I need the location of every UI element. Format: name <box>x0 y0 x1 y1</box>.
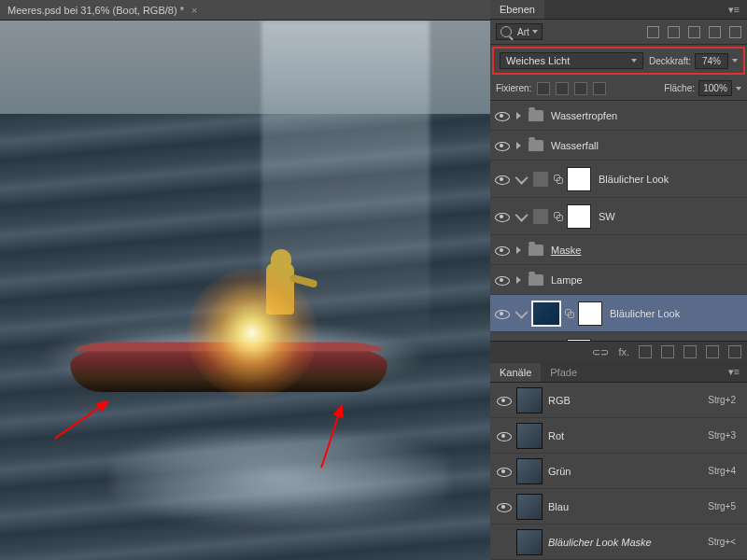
link-icon <box>554 175 563 184</box>
expand-arrow-icon[interactable] <box>516 142 521 149</box>
layer-name-label[interactable]: Wassertropfen <box>551 110 617 121</box>
close-tab-icon[interactable]: × <box>191 5 197 16</box>
layers-list[interactable]: WassertropfenWasserfallBläulicher LookSW… <box>490 101 747 341</box>
expand-arrow-icon[interactable] <box>516 276 521 284</box>
filter-shape-icon[interactable] <box>709 26 721 38</box>
layer-filter-row: Art <box>490 20 747 45</box>
filter-adjust-icon[interactable] <box>668 26 680 38</box>
folder-icon <box>529 245 543 256</box>
mask-thumbnail[interactable] <box>567 167 591 191</box>
lock-transparent-icon[interactable] <box>537 82 550 95</box>
lock-pixels-icon[interactable] <box>556 82 569 95</box>
lamp-glow <box>187 268 317 399</box>
layer-name-label[interactable]: Bläulicher Look <box>599 174 669 185</box>
adjustment-layer-icon[interactable] <box>661 345 674 358</box>
channel-thumbnail[interactable] <box>516 387 543 413</box>
new-layer-icon[interactable] <box>706 345 719 358</box>
mask-thumbnail[interactable] <box>578 301 602 326</box>
layer-name-label[interactable]: SW <box>599 211 615 222</box>
channel-row[interactable]: BlauStrg+5 <box>490 489 747 525</box>
link-layers-icon[interactable]: ⊂⊃ <box>592 346 609 358</box>
channel-shortcut-label: Strg+< <box>708 537 736 547</box>
fill-group: Fläche: 100% <box>664 80 741 96</box>
document-tab[interactable]: Meeres.psd bei 31,6% (Boot, RGB/8) * × <box>0 0 490 21</box>
layer-name-label[interactable]: Wasserfall <box>551 140 599 151</box>
channel-name-label: RGB <box>548 395 702 406</box>
layer-row[interactable]: Bläulicher Look <box>490 161 747 198</box>
right-panels: Ebenen ▾≡ Art Weiches Licht Deckkraft: 7… <box>490 0 747 560</box>
opacity-label: Deckkraft: <box>649 56 691 66</box>
channel-shortcut-label: Strg+2 <box>708 395 736 405</box>
filter-type-icon[interactable] <box>688 26 700 38</box>
panel-menu-icon[interactable]: ▾≡ <box>721 4 747 16</box>
visibility-eye-icon[interactable] <box>494 108 509 123</box>
channel-thumbnail[interactable] <box>516 494 543 520</box>
opacity-slider-icon[interactable] <box>732 59 738 63</box>
fill-slider-icon[interactable] <box>736 87 741 91</box>
link-icon <box>565 309 574 318</box>
channel-shortcut-label: Strg+3 <box>708 430 736 441</box>
mask-thumbnail[interactable] <box>567 204 591 229</box>
visibility-eye-icon[interactable] <box>496 428 511 443</box>
layer-row[interactable]: Grün entsättigen <box>490 332 747 341</box>
channel-name-label: Blau <box>548 501 702 512</box>
paths-tab[interactable]: Pfade <box>541 363 586 382</box>
layer-name-label[interactable]: Maske <box>551 245 581 256</box>
channel-name-label: Grün <box>548 466 702 477</box>
opacity-input[interactable]: 74% <box>695 53 728 69</box>
channel-row[interactable]: Bläulicher Look MaskeStrg+< <box>490 525 747 560</box>
layer-fx-icon[interactable]: fx. <box>618 346 629 357</box>
visibility-eye-icon[interactable] <box>496 393 511 408</box>
link-icon <box>554 212 563 221</box>
visibility-eye-icon[interactable] <box>496 464 511 479</box>
layer-row[interactable]: SW <box>490 198 747 235</box>
group-icon[interactable] <box>684 345 697 358</box>
canvas-viewport[interactable] <box>0 21 490 560</box>
channel-thumbnail[interactable] <box>516 458 543 484</box>
expand-arrow-icon[interactable] <box>516 112 521 119</box>
lock-all-icon[interactable] <box>593 82 606 95</box>
dropdown-arrow-icon <box>631 59 637 63</box>
lock-position-icon[interactable] <box>574 82 587 95</box>
channels-panel: Kanäle Pfade ▾≡ RGBStrg+2RotStrg+3GrünSt… <box>490 362 747 560</box>
layer-name-label[interactable]: Bläulicher Look <box>610 308 680 319</box>
panel-menu-icon[interactable]: ▾≡ <box>721 366 747 378</box>
channel-thumbnail[interactable] <box>516 423 543 449</box>
filter-type-label: Art <box>517 27 529 37</box>
person-hood <box>271 249 291 270</box>
clip-arrow-icon <box>515 208 529 221</box>
visibility-eye-icon[interactable] <box>494 138 509 153</box>
layer-row[interactable]: Lampe <box>490 265 747 295</box>
filter-type-select[interactable]: Art <box>496 23 543 40</box>
visibility-eye-icon[interactable] <box>494 172 509 187</box>
layer-row[interactable]: Maske <box>490 235 747 265</box>
folder-icon <box>529 274 543 286</box>
layers-tab[interactable]: Ebenen <box>490 0 544 19</box>
expand-arrow-icon[interactable] <box>516 246 521 254</box>
visibility-eye-icon[interactable] <box>494 306 509 321</box>
layer-row[interactable]: Bläulicher Look <box>490 295 747 332</box>
visibility-eye-icon[interactable] <box>494 273 509 287</box>
visibility-eye-icon[interactable] <box>494 243 509 258</box>
visibility-eye-icon[interactable] <box>496 499 511 514</box>
visibility-eye-icon[interactable] <box>494 209 509 224</box>
channel-thumbnail[interactable] <box>516 529 543 555</box>
layer-name-label[interactable]: Lampe <box>551 274 583 286</box>
channel-row[interactable]: RotStrg+3 <box>490 418 747 454</box>
opacity-group: Deckkraft: 74% <box>649 53 738 69</box>
layer-row[interactable]: Wasserfall <box>490 131 747 161</box>
layer-mask-icon[interactable] <box>639 345 652 358</box>
filter-pixel-icon[interactable] <box>647 26 659 38</box>
channel-row[interactable]: RGBStrg+2 <box>490 383 747 418</box>
blend-mode-select[interactable]: Weiches Licht <box>500 52 643 69</box>
foam-render <box>112 431 448 525</box>
fill-input[interactable]: 100% <box>698 80 732 96</box>
visibility-eye-icon[interactable] <box>496 535 511 550</box>
channels-list[interactable]: RGBStrg+2RotStrg+3GrünStrg+4BlauStrg+5Bl… <box>490 383 747 560</box>
layer-row[interactable]: Wassertropfen <box>490 101 747 131</box>
trash-icon[interactable] <box>728 345 741 358</box>
channel-row[interactable]: GrünStrg+4 <box>490 454 747 489</box>
filter-smart-icon[interactable] <box>729 26 741 38</box>
channel-shortcut-label: Strg+4 <box>708 466 736 476</box>
channels-tab[interactable]: Kanäle <box>490 363 541 382</box>
